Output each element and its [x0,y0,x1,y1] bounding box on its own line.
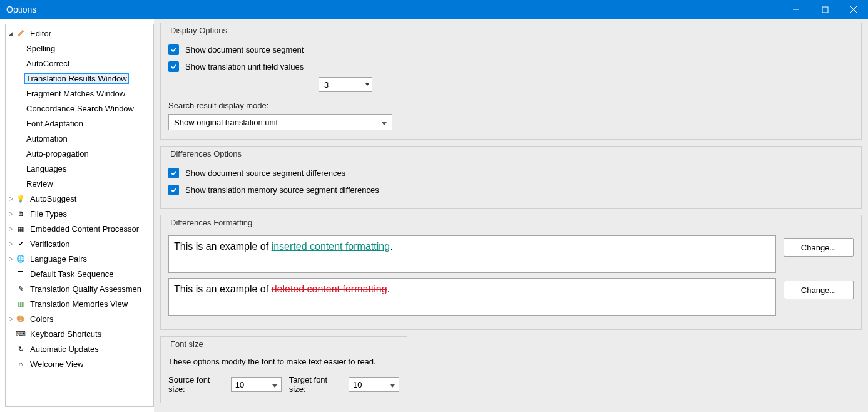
legend-differences-formatting: Differences Formatting [168,218,254,227]
home-icon: ⌂ [16,359,26,369]
tree-node-auto-propagation[interactable]: Auto-propagation [6,146,153,161]
inserted-sample-text: inserted content formatting [272,241,390,252]
font-size-description: These options modify the font to make te… [168,357,399,366]
legend-display-options: Display Options [168,26,229,35]
tree-node-file-types[interactable]: ▷🗎File Types [6,206,153,221]
group-font-size: Font size These options modify the font … [160,336,407,403]
tree-node-autocorrect[interactable]: AutoCorrect [6,56,153,71]
tree-node-automation[interactable]: Automation [6,131,153,146]
globe-icon: 🌐 [16,254,26,264]
update-icon: ↻ [16,344,26,354]
deleted-sample-text: deleted content formatting [272,284,387,294]
source-font-size-value: 10 [235,380,244,389]
palette-icon: 🎨 [16,314,26,324]
tree-node-colors[interactable]: ▷🎨Colors [6,311,153,326]
chevron-down-icon [382,118,387,127]
label-show-field-values: Show translation unit field values [185,62,304,71]
group-display-options: Display Options Show document source seg… [160,23,862,140]
legend-font-size: Font size [168,339,205,349]
tree-node-quality[interactable]: ▷✎Translation Quality Assessmen [6,281,153,296]
legend-differences-options: Differences Options [168,149,243,158]
tree-node-welcome[interactable]: ▷⌂Welcome View [6,356,153,371]
chevron-down-icon [390,380,395,389]
deleted-example-box: This is an example of deleted content fo… [168,278,776,316]
deleted-suffix: . [387,284,390,294]
tm-icon: ▥ [16,299,26,309]
target-font-size-select[interactable]: 10 [349,377,399,392]
inserted-example-box: This is an example of inserted content f… [168,235,776,273]
label-target-font-size: Target font size: [289,375,341,394]
label-show-doc-diff: Show document source segment differences [185,168,345,178]
tree-node-font-adaptation[interactable]: Font Adaptation [6,116,153,131]
search-mode-value: Show original translation unit [174,118,278,127]
check-icon: ✔ [16,239,26,249]
window-controls [782,0,868,19]
tree-node-verification[interactable]: ▷✔Verification [6,236,153,251]
label-show-tm-diff: Show translation memory source segment d… [185,185,379,195]
search-mode-select[interactable]: Show original translation unit [168,114,392,130]
tree-node-autosuggest[interactable]: ▷💡AutoSuggest [6,191,153,206]
pencil-icon [16,28,26,38]
source-font-size-select[interactable]: 10 [231,377,282,392]
task-icon: ☰ [16,269,26,279]
field-count-spinbox[interactable]: 3 [319,77,372,92]
change-deleted-button[interactable]: Change... [784,281,854,299]
tree-node-spelling[interactable]: Spelling [6,41,153,56]
keyboard-icon: ⌨ [16,329,26,339]
inserted-suffix: . [390,241,392,252]
target-font-size-value: 10 [353,380,362,389]
window-title: Options [6,4,36,14]
options-tree: ◢ Editor Spelling AutoCorrect Translatio… [5,24,154,407]
field-count-value: 3 [324,80,329,90]
quality-icon: ✎ [16,284,26,294]
close-button[interactable] [839,0,868,19]
embedded-icon: ▦ [16,224,26,234]
label-search-mode: Search result display mode: [168,101,854,110]
svg-rect-1 [822,7,828,13]
tree-node-languages[interactable]: Languages [6,161,153,176]
tree-node-fragment-matches[interactable]: Fragment Matches Window [6,86,153,101]
tree-node-tm-view[interactable]: ▷▥Translation Memories View [6,296,153,311]
checkbox-show-source-segment[interactable] [168,44,179,55]
checkbox-show-doc-diff[interactable] [168,168,179,178]
autosuggest-icon: 💡 [16,193,26,203]
tree-node-updates[interactable]: ▷↻Automatic Updates [6,341,153,356]
tree-node-default-task[interactable]: ▷☰Default Task Sequence [6,266,153,281]
tree-node-embedded[interactable]: ▷▦Embedded Content Processor [6,221,153,236]
deleted-prefix: This is an example of [174,284,272,294]
tree-node-review[interactable]: Review [6,176,153,191]
tree-node-language-pairs[interactable]: ▷🌐Language Pairs [6,251,153,266]
minimize-button[interactable] [782,0,810,19]
chevron-down-icon[interactable] [362,78,372,91]
file-icon: 🗎 [16,209,26,219]
chevron-down-icon [272,380,277,389]
inserted-prefix: This is an example of [174,241,272,252]
label-source-font-size: Source font size: [168,375,223,394]
checkbox-show-field-values[interactable] [168,61,179,72]
tree-node-concordance[interactable]: Concordance Search Window [6,101,153,116]
maximize-button[interactable] [810,0,839,19]
group-differences-formatting: Differences Formatting This is an exampl… [160,215,862,330]
group-differences-options: Differences Options Show document source… [160,146,862,209]
tree-node-keyboard[interactable]: ▷⌨Keyboard Shortcuts [6,326,153,341]
tree-node-translation-results[interactable]: Translation Results Window [6,71,153,86]
titlebar: Options [0,0,868,19]
checkbox-show-tm-diff[interactable] [168,185,179,195]
change-inserted-button[interactable]: Change... [784,238,854,257]
options-main-panel: Display Options Show document source seg… [154,19,868,412]
label-show-source-segment: Show document source segment [185,45,304,54]
tree-node-editor[interactable]: ◢ Editor [6,26,153,41]
